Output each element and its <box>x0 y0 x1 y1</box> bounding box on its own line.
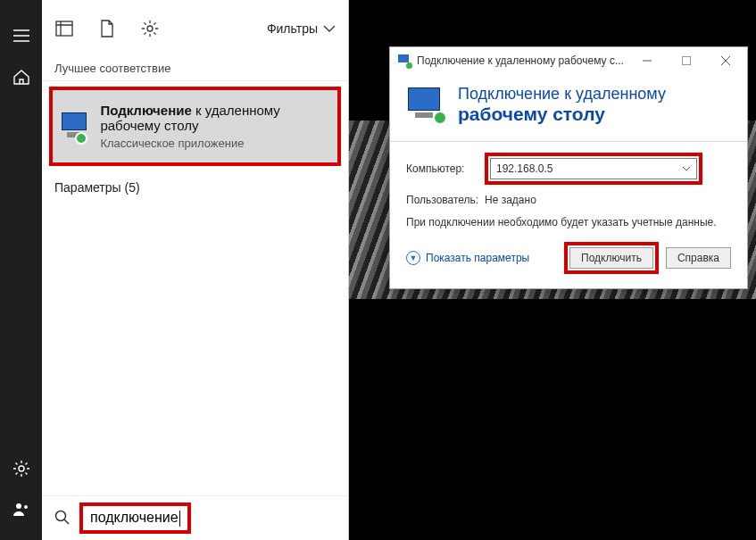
close-button[interactable] <box>706 48 745 73</box>
search-input-value: подключение <box>90 510 179 525</box>
apps-scope-icon[interactable] <box>54 19 74 38</box>
rdp-app-icon <box>60 111 86 143</box>
settings-results-header[interactable]: Параметры (5) <box>42 171 348 204</box>
expand-chevron-icon: ▼ <box>406 251 420 265</box>
credentials-note: При подключении необходимо будет указать… <box>406 215 731 229</box>
user-row: Пользователь: Не задано <box>406 194 731 206</box>
rdp-dialog: Подключение к удаленному рабочему с... П… <box>389 46 748 289</box>
home-icon[interactable] <box>11 66 32 87</box>
maximize-button[interactable] <box>667 48 706 73</box>
svg-rect-6 <box>683 57 691 65</box>
filters-label: Фильтры <box>267 21 318 36</box>
help-button[interactable]: Справка <box>666 247 731 269</box>
user-value: Не задано <box>485 194 536 206</box>
filters-dropdown[interactable]: Фильтры <box>267 21 336 36</box>
rdp-window-title: Подключение к удаленному рабочему с... <box>417 54 624 67</box>
search-panel-toolbar: Фильтры <box>42 0 348 56</box>
rdp-header-line1: Подключение к удаленному <box>458 85 666 104</box>
rdp-header-icon <box>406 86 445 125</box>
rdp-buttons: Подключить Справка <box>564 242 731 274</box>
user-switch-icon[interactable] <box>11 499 32 520</box>
rdp-header-line2: рабочему столу <box>458 104 666 125</box>
svg-rect-3 <box>56 21 72 36</box>
search-box-row: подключение <box>42 495 348 540</box>
user-label: Пользователь: <box>406 194 476 206</box>
start-rail <box>0 0 42 540</box>
show-options-label: Показать параметры <box>426 252 529 264</box>
svg-point-5 <box>56 511 66 520</box>
show-options-toggle[interactable]: ▼ Показать параметры <box>406 251 529 265</box>
svg-point-2 <box>24 505 28 509</box>
minimize-button[interactable] <box>627 48 667 73</box>
search-icon <box>54 510 72 528</box>
search-result-title: Подключение к удаленному рабочему столу <box>100 103 330 133</box>
rdp-header: Подключение к удаленному рабочему столу <box>390 74 747 142</box>
svg-point-0 <box>19 466 24 471</box>
rdp-window-icon <box>397 54 411 68</box>
rdp-footer: ▼ Показать параметры Подключить Справка <box>406 242 731 274</box>
search-input[interactable]: подключение <box>79 503 191 534</box>
svg-point-1 <box>16 503 21 509</box>
search-result-subtitle: Классическое приложение <box>100 137 330 150</box>
computer-combobox[interactable]: 192.168.0.5 <box>490 158 697 179</box>
documents-scope-icon[interactable] <box>97 19 117 38</box>
computer-label: Компьютер: <box>406 162 476 175</box>
text-cursor <box>179 511 180 527</box>
rdp-titlebar[interactable]: Подключение к удаленному рабочему с... <box>390 47 747 74</box>
cortana-search-panel: Фильтры Лучшее соответствие Подключение … <box>42 0 349 540</box>
chevron-down-icon <box>323 25 336 32</box>
connect-button-highlight: Подключить <box>564 242 659 274</box>
gear-icon[interactable] <box>11 458 32 479</box>
computer-row: Компьютер: 192.168.0.5 <box>406 153 731 185</box>
settings-scope-icon[interactable] <box>140 19 160 38</box>
window-buttons <box>627 48 745 73</box>
search-result-rdp[interactable]: Подключение к удаленному рабочему столу … <box>49 87 341 166</box>
svg-point-4 <box>147 26 153 31</box>
connect-button[interactable]: Подключить <box>569 247 653 269</box>
computer-field-highlight: 192.168.0.5 <box>485 153 702 185</box>
chevron-down-icon <box>682 166 691 171</box>
search-result-text: Подключение к удаленному рабочему столу … <box>100 103 330 150</box>
rdp-header-text: Подключение к удаленному рабочему столу <box>458 85 666 125</box>
rdp-body: Компьютер: 192.168.0.5 Пользователь: Не … <box>390 142 747 288</box>
best-match-header: Лучшее соответствие <box>42 56 348 81</box>
menu-icon[interactable] <box>11 25 32 46</box>
computer-value: 192.168.0.5 <box>496 162 552 175</box>
